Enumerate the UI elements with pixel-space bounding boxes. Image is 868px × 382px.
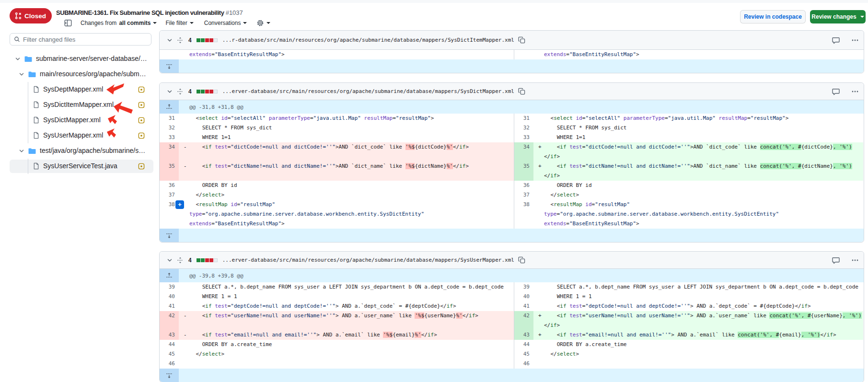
diff-right-cell: 35+ <if test="dictName!=null and dictNam… [514,162,863,181]
collapse-sidebar-button[interactable] [64,19,81,27]
chevron-down-icon [190,22,194,24]
kebab-menu-icon[interactable] [851,256,859,264]
diff-right-cell: 43+ <if test="email!=null and email!=''"… [514,330,863,340]
line-number[interactable]: 34 [160,142,179,162]
line-number[interactable]: 43 [514,330,533,340]
tree-folder-test-java-org-apache-submarine-s-[interactable]: test/java/org/apache/submarine/s… [4,143,155,159]
line-number[interactable]: 45 [514,349,533,359]
file-header: 4...erver-database/src/main/resources/or… [160,252,864,269]
expand-up-button[interactable] [160,100,179,114]
collapse-file-chevron-icon[interactable] [166,37,173,44]
tree-folder-submarine-server-server-database-[interactable]: submarine-server/server-database/… [4,51,155,67]
line-number[interactable]: 33 [160,133,179,142]
line-number[interactable]: 35 [160,162,179,181]
line-number[interactable] [160,50,179,59]
diffstat-square-addition [197,258,200,262]
tree-file-sysdictitemmapper-xml[interactable]: SysDictItemMapper.xml [4,97,155,113]
tree-file-label: SysUserMapper.xml [43,131,103,139]
line-number[interactable]: 35 [514,162,533,181]
diff-row: 36 ORDER BY id36 ORDER BY id [160,181,864,190]
comment-icon[interactable] [832,256,840,264]
line-number[interactable]: 42 [514,311,533,330]
add-comment-button[interactable]: + [175,200,184,209]
copy-path-icon[interactable] [518,256,525,264]
review-changes-button[interactable]: Review changes [810,10,866,23]
line-number[interactable]: 34 [514,142,533,162]
line-number[interactable]: 38 [514,200,533,229]
line-number[interactable]: 46 [514,359,533,369]
line-number[interactable]: 41 [160,301,179,311]
conversations-dropdown[interactable]: Conversations [204,20,247,26]
tree-folder-main-resources-org-apache-subm-[interactable]: main/resources/org/apache/subm… [4,67,155,82]
comment-icon[interactable] [832,36,840,44]
line-number[interactable]: 39 [514,282,533,292]
code-text: <if test="email!=null and email!=''"> AN… [179,330,514,340]
line-number[interactable]: 40 [514,292,533,301]
tree-file-sysdeptmapper-xml[interactable]: SysDeptMapper.xml [4,82,155,97]
diffstat-square-deletion [205,38,209,42]
diff-left-cell: 43- <if test="email!=null and email!=''"… [160,330,514,340]
line-number[interactable]: 43 [160,330,179,340]
review-in-codespace-button[interactable]: Review in codespace [740,10,806,23]
kebab-menu-icon[interactable] [851,88,859,95]
drag-handle-icon[interactable] [177,256,184,264]
line-number[interactable]: 40 [160,292,179,301]
line-number[interactable]: 44 [160,340,179,349]
line-number[interactable]: 42 [160,311,179,330]
drag-handle-icon[interactable] [177,88,184,95]
comment-icon[interactable] [832,88,840,95]
line-number[interactable]: 37 [160,190,179,200]
expand-down-row [160,229,864,242]
code-line: SELECT a.*, b.dept_name FROM sys_user a … [533,282,863,292]
expand-down-button[interactable] [160,229,179,242]
tree-file-sysuserservicetest-java[interactable]: SysUserServiceTest.java [4,159,155,174]
file-filter-search[interactable] [10,33,151,46]
diff-right-cell: 42+ <if test="userName!=null and userNam… [514,311,863,330]
line-number[interactable]: 36 [160,181,179,190]
tree-file-sysusermapper-xml[interactable]: SysUserMapper.xml [4,128,155,143]
diff-settings-dropdown[interactable] [256,19,270,27]
file-path[interactable]: ...erver-database/src/main/resources/org… [222,257,514,263]
line-number[interactable]: 45 [160,349,179,359]
drag-handle-icon[interactable] [177,36,184,44]
copy-path-icon[interactable] [518,36,525,44]
line-number[interactable]: 46 [160,359,179,369]
file-filter-input[interactable] [23,36,147,43]
copy-path-icon[interactable] [518,88,525,95]
expand-down-button[interactable] [160,369,179,382]
file-path[interactable]: ...erver-database/src/main/resources/org… [222,88,514,94]
line-number[interactable]: 32 [514,123,533,133]
pr-title: SUBMARINE-1361. Fix Submarine SQL inject… [56,9,243,16]
expand-down-button[interactable] [160,59,179,73]
code-text: </select> [179,190,514,200]
line-number[interactable]: 36 [514,181,533,190]
line-number[interactable]: 39 [160,282,179,292]
tree-file-sysdictmapper-xml[interactable]: SysDictMapper.xml [4,113,155,128]
code-text: <if test="dictName!=null and dictName!='… [179,162,514,171]
collapse-file-chevron-icon[interactable] [166,257,173,264]
code-line: - <if test="dictCode!=null and dictCode!… [179,142,514,162]
diff-right-cell: 33 WHERE 1=1 [514,133,863,142]
line-number[interactable]: 37 [514,190,533,200]
kebab-menu-icon[interactable] [851,36,859,44]
changes-from-dropdown[interactable]: Changes from all commits [81,20,157,26]
code-text: SELECT a.*, b.dept_name FROM sys_user a … [533,282,863,292]
line-number[interactable]: 33 [514,133,533,142]
expand-up-button[interactable] [160,269,179,282]
diff-left-cell: 45 </select> [160,349,514,359]
diff-left-cell: 32 SELECT * FROM sys_dict [160,123,514,133]
diffstat-square-deletion [209,38,213,42]
file-filter-dropdown[interactable]: File filter [165,20,193,26]
line-number[interactable]: 41 [514,301,533,311]
line-number[interactable] [514,50,533,59]
collapse-file-chevron-icon[interactable] [166,88,173,95]
diffstat-square-addition [197,90,200,93]
code-text: WHERE 1 = 1 [179,292,514,301]
file-path[interactable]: ...r-database/src/main/resources/org/apa… [222,37,514,43]
line-number[interactable]: 31 [514,114,533,123]
line-number[interactable]: 31 [160,114,179,123]
line-number[interactable]: 32 [160,123,179,133]
diffstat-square-neutral [214,258,218,262]
line-number[interactable]: 44 [514,340,533,349]
code-text: SELECT a.*, b.dept_name FROM sys_user a … [179,282,514,292]
